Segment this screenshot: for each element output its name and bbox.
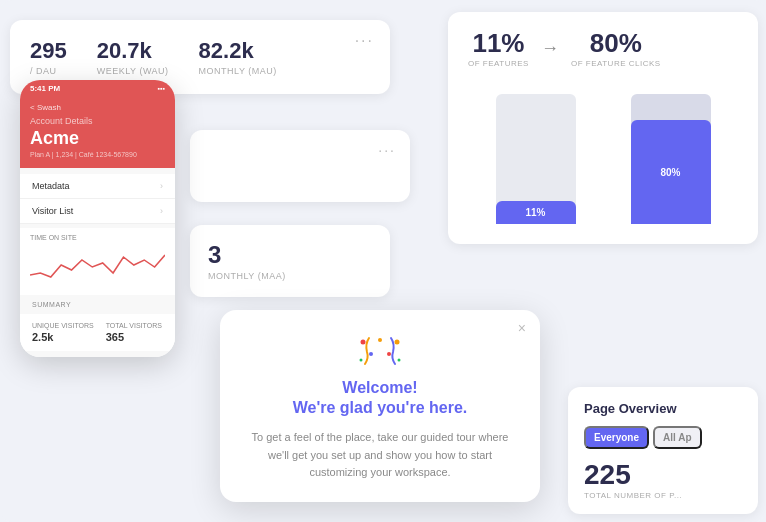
total-visitors-value: 365 <box>106 331 162 343</box>
tab-all-apps-button[interactable]: All Ap <box>653 426 702 449</box>
phone-status-bar: 5:41 PM ▪▪▪ <box>20 80 175 97</box>
chart-bars: 11% 80% <box>468 84 738 224</box>
svg-point-5 <box>398 358 401 361</box>
modal-body: To get a feel of the place, take our gui… <box>242 429 518 482</box>
stats-card-3: 3 MONTHLY (MAA) <box>190 225 390 297</box>
phone-body: Metadata › Visitor List › TIME ON SITE S… <box>20 168 175 357</box>
phone-menu-visitor-label: Visitor List <box>32 206 73 216</box>
bar-left-wrapper: 11% <box>478 94 593 224</box>
chart-right-label: OF FEATURE CLICKS <box>571 59 661 68</box>
phone-menu-metadata-label: Metadata <box>32 181 70 191</box>
chevron-right-icon: › <box>160 181 163 191</box>
bar-right-bg: 80% <box>631 94 711 224</box>
unique-visitors-stat: Unique Visitors 2.5k <box>32 322 94 343</box>
phone-mockup: 5:41 PM ▪▪▪ < Swash Account Details Acme… <box>20 80 175 357</box>
phone-menu-visitor-list[interactable]: Visitor List › <box>20 199 175 224</box>
bar-left-label: 11% <box>525 207 545 218</box>
dots-menu-2[interactable]: ··· <box>378 142 396 158</box>
unique-visitors-value: 2.5k <box>32 331 94 343</box>
chevron-right-icon-2: › <box>160 206 163 216</box>
bar-left-bg: 11% <box>496 94 576 224</box>
chart-header: 11% OF FEATURES → 80% OF FEATURE CLICKS <box>468 28 738 68</box>
stats-row: 295 / DAU 20.7k WEEKLY (WAU) 82.2k MONTH… <box>30 38 370 76</box>
phone-signal-icons: ▪▪▪ <box>158 85 165 92</box>
confetti-svg <box>355 334 405 370</box>
stat-dau-label: / DAU <box>30 66 67 76</box>
stat-dau: 295 / DAU <box>30 38 67 76</box>
chart-card: 11% OF FEATURES → 80% OF FEATURE CLICKS … <box>448 12 758 244</box>
stat-mau-value: 82.2k <box>199 38 277 64</box>
chart-stat-left: 11% OF FEATURES <box>468 28 529 68</box>
svg-point-2 <box>360 358 363 361</box>
overview-big-number-label: TOTAL NUMBER OF P... <box>584 491 742 500</box>
tab-everyone-button[interactable]: Everyone <box>584 426 649 449</box>
page-overview-title: Page Overview <box>584 401 742 416</box>
svg-point-4 <box>387 352 391 356</box>
modal-title-line2: We're glad you're here. <box>293 399 467 416</box>
modal-title: Welcome! We're glad you're here. <box>242 378 518 420</box>
svg-point-0 <box>361 339 366 344</box>
chart-right-value: 80% <box>571 28 661 59</box>
stat-dau-value: 295 <box>30 38 67 64</box>
stat-wau: 20.7k WEEKLY (WAU) <box>97 38 169 76</box>
svg-point-3 <box>395 339 400 344</box>
phone-chart-area: TIME ON SITE <box>20 228 175 295</box>
stat-mau: 82.2k MONTHLY (MAU) <box>199 38 277 76</box>
phone-time: 5:41 PM <box>30 84 60 93</box>
phone-menu-metadata[interactable]: Metadata › <box>20 174 175 199</box>
phone-account-details: Account Details <box>30 116 165 126</box>
stats-card-2: ··· <box>190 130 410 202</box>
stat-wau-label: WEEKLY (WAU) <box>97 66 169 76</box>
overview-big-number: 225 <box>584 459 742 491</box>
bar-left-fill: 11% <box>496 201 576 224</box>
phone-sparkline-chart <box>30 245 165 285</box>
svg-point-6 <box>378 338 382 342</box>
svg-point-1 <box>369 352 373 356</box>
page-overview-card: Page Overview Everyone All Ap 225 TOTAL … <box>568 387 758 514</box>
confetti-icon <box>242 334 518 370</box>
phone-time-on-site-label: TIME ON SITE <box>30 234 165 241</box>
total-visitors-stat: Total Visitors 365 <box>106 322 162 343</box>
stat-maa-label: MONTHLY (MAA) <box>208 271 372 281</box>
stats-card-2-content <box>208 146 392 186</box>
bar-right-wrapper: 80% <box>613 94 728 224</box>
chart-stat-right: 80% OF FEATURE CLICKS <box>571 28 661 68</box>
chart-left-label: OF FEATURES <box>468 59 529 68</box>
arrow-icon: → <box>541 38 559 59</box>
chart-left-value: 11% <box>468 28 529 59</box>
bar-right-fill: 80% <box>631 120 711 224</box>
phone-header: < Swash Account Details Acme Plan A | 1,… <box>20 97 175 168</box>
phone-account-name: Acme <box>30 128 165 149</box>
total-visitors-label: Total Visitors <box>106 322 162 329</box>
welcome-modal: × Welcome! We're glad you're here. To ge… <box>220 310 540 502</box>
modal-close-button[interactable]: × <box>518 320 526 336</box>
stat-maa-value: 3 <box>208 241 372 269</box>
dots-menu-1[interactable]: ··· <box>355 32 374 50</box>
phone-summary: Unique Visitors 2.5k Total Visitors 365 <box>20 314 175 351</box>
bar-right-label: 80% <box>660 167 680 178</box>
phone-summary-label: SUMMARY <box>20 295 175 310</box>
phone-account-subtitle: Plan A | 1,234 | Café 1234-567890 <box>30 151 165 158</box>
unique-visitors-label: Unique Visitors <box>32 322 94 329</box>
stat-wau-value: 20.7k <box>97 38 169 64</box>
modal-title-line1: Welcome! <box>342 379 417 396</box>
phone-back-button[interactable]: < Swash <box>30 103 165 112</box>
tab-buttons: Everyone All Ap <box>584 426 742 449</box>
stat-mau-label: MONTHLY (MAU) <box>199 66 277 76</box>
